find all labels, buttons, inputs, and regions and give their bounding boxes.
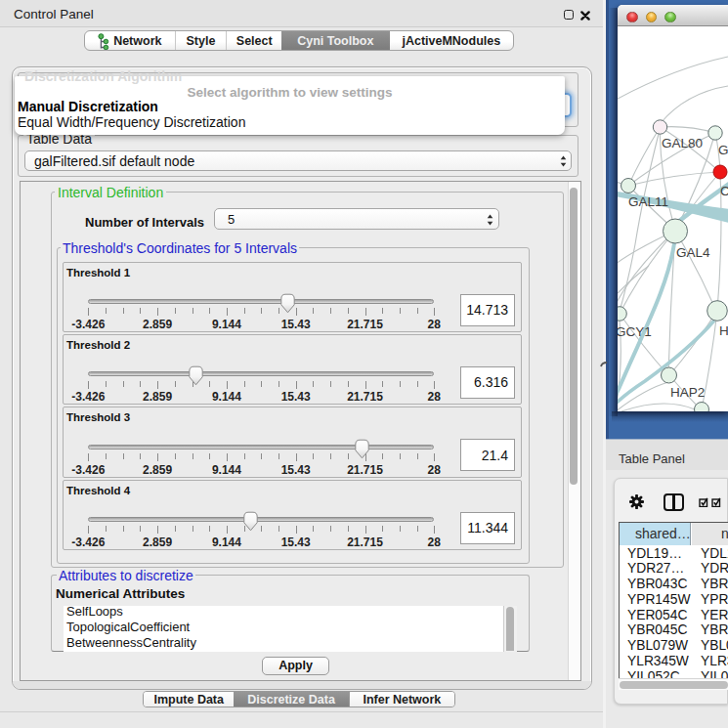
svg-text:H: H bbox=[719, 323, 728, 338]
svg-text:GAL80: GAL80 bbox=[662, 136, 703, 150]
svg-text:GCY1: GCY1 bbox=[618, 324, 652, 339]
svg-text:C: C bbox=[720, 184, 728, 198]
svg-text:GAL4: GAL4 bbox=[676, 245, 710, 260]
svg-text:GAL11: GAL11 bbox=[628, 194, 668, 209]
svg-text:HAP2: HAP2 bbox=[670, 385, 705, 400]
svg-text:GA: GA bbox=[718, 143, 728, 157]
